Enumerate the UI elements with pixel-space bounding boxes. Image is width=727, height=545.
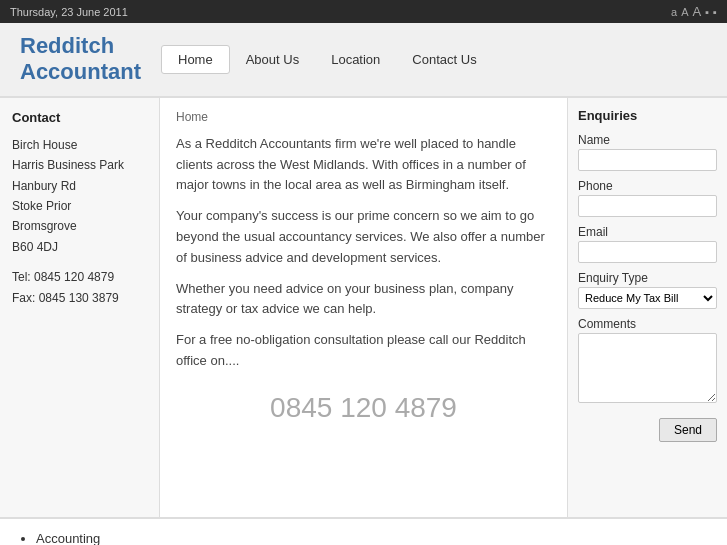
header: Redditch Accountant Home About Us Locati… [0, 23, 727, 97]
address-line-5: Bromsgrove [12, 216, 147, 236]
email-input[interactable] [578, 241, 717, 263]
phone-group: Phone [578, 179, 717, 217]
email-label: Email [578, 225, 717, 239]
address-line-4: Stoke Prior [12, 196, 147, 216]
top-bar-icons: a A A ▪ ▪ [671, 4, 717, 19]
footer-area: Accounting Payroll Accounts Management A… [0, 517, 727, 545]
content-para-2: Your company's success is our prime conc… [176, 206, 551, 268]
contact-tel: Tel: 0845 120 4879 Fax: 0845 130 3879 [12, 267, 147, 308]
icon-box1: ▪ [705, 6, 709, 18]
breadcrumb: Home [176, 110, 551, 124]
fax-number: Fax: 0845 130 3879 [12, 288, 147, 308]
main-layout: Contact Birch House Harris Business Park… [0, 97, 727, 517]
address-line-6: B60 4DJ [12, 237, 147, 257]
name-label: Name [578, 133, 717, 147]
send-button[interactable]: Send [659, 418, 717, 442]
email-group: Email [578, 225, 717, 263]
comments-label: Comments [578, 317, 717, 331]
phone-display: 0845 120 4879 [176, 392, 551, 424]
phone-label: Phone [578, 179, 717, 193]
phone-input[interactable] [578, 195, 717, 217]
address-line-2: Harris Business Park [12, 155, 147, 175]
comments-group: Comments [578, 317, 717, 406]
send-btn-container: Send [578, 414, 717, 442]
address-line-3: Hanbury Rd [12, 176, 147, 196]
name-input[interactable] [578, 149, 717, 171]
enquiry-type-select[interactable]: Reduce My Tax Bill General Enquiry Payro… [578, 287, 717, 309]
content-para-3: Whether you need advice on your business… [176, 279, 551, 321]
enquiries-title: Enquiries [578, 108, 717, 123]
enquiry-type-label: Enquiry Type [578, 271, 717, 285]
nav-item-location[interactable]: Location [315, 46, 396, 73]
sidebar-right: Enquiries Name Phone Email Enquiry Type … [567, 98, 727, 517]
tel-number: Tel: 0845 120 4879 [12, 267, 147, 287]
icon-a-large: A [693, 4, 702, 19]
date-label: Thursday, 23 June 2011 [10, 6, 128, 18]
icon-a-medium: A [681, 6, 688, 18]
content-para-4: For a free no-obligation consultation pl… [176, 330, 551, 372]
nav-item-about[interactable]: About Us [230, 46, 315, 73]
contact-address: Birch House Harris Business Park Hanbury… [12, 135, 147, 257]
enquiry-type-group: Enquiry Type Reduce My Tax Bill General … [578, 271, 717, 309]
content-para-1: As a Redditch Accountants firm we're wel… [176, 134, 551, 196]
footer-section-label: Accounting [36, 531, 100, 545]
footer-list: Accounting Payroll Accounts Management A… [16, 531, 711, 545]
logo-text: Redditch Accountant [20, 33, 141, 86]
comments-textarea[interactable] [578, 333, 717, 403]
main-content: Home As a Redditch Accountants firm we'r… [160, 98, 567, 517]
icon-a-small: a [671, 6, 677, 18]
footer-section-accounting: Accounting Payroll Accounts Management A… [36, 531, 711, 545]
address-line-1: Birch House [12, 135, 147, 155]
nav-item-contact[interactable]: Contact Us [396, 46, 492, 73]
logo: Redditch Accountant [0, 23, 161, 96]
top-bar: Thursday, 23 June 2011 a A A ▪ ▪ [0, 0, 727, 23]
sidebar-left: Contact Birch House Harris Business Park… [0, 98, 160, 517]
nav-item-home[interactable]: Home [161, 45, 230, 74]
contact-title: Contact [12, 110, 147, 125]
name-group: Name [578, 133, 717, 171]
icon-box2: ▪ [713, 6, 717, 18]
main-nav: Home About Us Location Contact Us [161, 35, 493, 84]
